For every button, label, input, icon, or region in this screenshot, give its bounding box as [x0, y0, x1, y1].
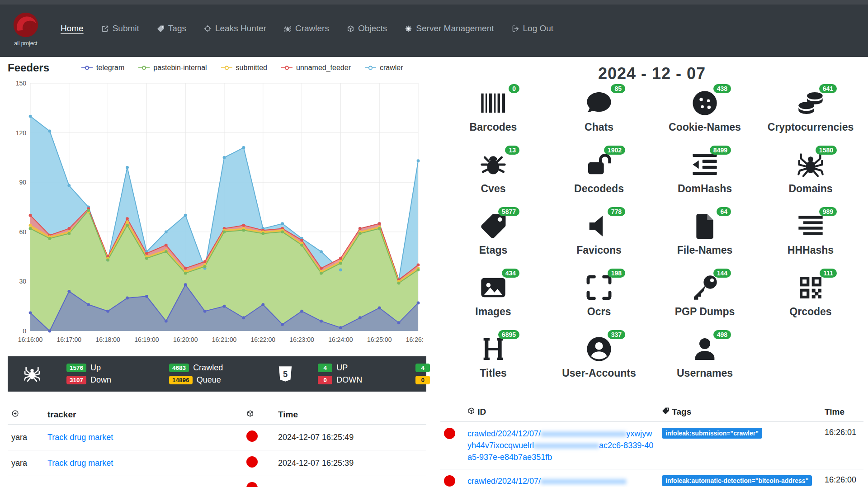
header-label: Time — [825, 407, 844, 416]
nav-item-label: Submit — [113, 24, 139, 33]
object-card-domhashs[interactable]: 8499DomHashs — [652, 150, 758, 212]
object-card-usernames[interactable]: 498Usernames — [652, 335, 758, 396]
svg-text:16:24:00: 16:24:00 — [328, 336, 353, 343]
nav-item-home[interactable]: Home — [61, 24, 84, 33]
object-label: Usernames — [652, 367, 758, 379]
status-group: 1576Up3107Down — [66, 363, 111, 385]
object-label: Decodeds — [546, 183, 652, 195]
status-row: 4683Crawled — [169, 363, 223, 373]
object-card-images[interactable]: 434Images — [440, 273, 546, 335]
object-card-cryptocurrencies[interactable]: 641Cryptocurrencies — [758, 89, 863, 150]
nav-item-leaks-hunter[interactable]: Leaks Hunter — [204, 24, 266, 33]
tracker-row: yaraTrack drug market2024-12-07 16:25:49 — [8, 425, 426, 450]
legend-marker-icon — [364, 65, 377, 71]
legend-label: submitted — [236, 64, 267, 72]
object-card-ocrs[interactable]: 198Ocrs — [546, 273, 652, 335]
object-count-badge: 641 — [819, 84, 837, 93]
nav-item-server-management[interactable]: Server Management — [405, 24, 494, 33]
tracker-link[interactable]: Track drug market — [47, 459, 113, 468]
status-row: 1576Up — [66, 363, 111, 373]
tags-cell: infoleak:automatic-detection="bitcoin-ad… — [658, 469, 821, 487]
id-text-segment: crawled/2024/12/07/ — [467, 429, 541, 438]
object-label: Cryptocurrencies — [758, 121, 863, 133]
object-count-badge: 498 — [713, 330, 731, 339]
status-label: Down — [90, 375, 111, 385]
object-count-badge: 1902 — [604, 146, 625, 155]
svg-text:16:19:00: 16:19:00 — [134, 336, 159, 343]
id-time: 16:26:00 — [821, 469, 863, 487]
svg-text:16:21:00: 16:21:00 — [212, 336, 237, 343]
infoleak-tag-badge[interactable]: infoleak:submission="crawler" — [662, 428, 762, 439]
nav-item-log-out[interactable]: Log Out — [512, 24, 554, 33]
object-count-badge: 438 — [713, 84, 731, 93]
svg-text:120: 120 — [16, 129, 27, 137]
object-card-barcodes[interactable]: 0Barcodes — [440, 89, 546, 150]
object-label: Images — [440, 306, 546, 318]
status-label: Up — [90, 363, 101, 373]
tag-icon — [157, 25, 165, 33]
object-count-badge: 8499 — [710, 146, 731, 155]
status-row: 14896Queue — [169, 375, 223, 385]
object-card-qrcodes[interactable]: 111Qrcodes — [758, 273, 863, 335]
tracker-table-header: trackerTime — [8, 405, 426, 425]
spider-icon — [23, 365, 41, 383]
object-count-badge: 337 — [608, 330, 625, 339]
object-card-favicons[interactable]: 778Favicons — [546, 212, 652, 273]
crawled-id-link[interactable]: crawled/2024/12/07/xxxxxxxxxxxxxxxxxxxxx… — [467, 429, 653, 462]
tracker-header-tracker: tracker — [44, 405, 243, 425]
nav-item-tags[interactable]: Tags — [157, 24, 186, 33]
chart-legend: telegrampastebin-internalsubmittedunname… — [81, 64, 403, 72]
object-label: DomHashs — [652, 183, 758, 195]
tracker-row: yaraTrack drug market2024-12-07 16:25:39 — [8, 450, 426, 476]
tracker-type: yara — [8, 425, 44, 450]
date-heading: 2024 - 12 - 07 — [440, 64, 863, 83]
object-label: Domains — [758, 183, 863, 195]
object-count-badge: 13 — [505, 146, 519, 155]
svg-text:16:22:00: 16:22:00 — [251, 336, 276, 343]
object-card-cves[interactable]: 13Cves — [440, 150, 546, 212]
object-label: Cookie-Names — [652, 121, 758, 133]
object-card-cookie-names[interactable]: 438Cookie-Names — [652, 89, 758, 150]
cube-icon — [347, 25, 354, 33]
nav-item-crawlers[interactable]: Crawlers — [284, 24, 329, 33]
legend-item-submitted: submitted — [221, 64, 267, 72]
object-label: Chats — [546, 121, 652, 133]
cube-icon — [467, 407, 475, 415]
crawled-id-link[interactable]: crawled/2024/12/07/xxxxxxxxxxxxxxxxxxxxx — [467, 477, 626, 486]
svg-text:16:26:00: 16:26:00 — [406, 336, 424, 343]
status-group: 4683Crawled14896Queue — [169, 363, 223, 385]
legend-marker-icon — [281, 65, 293, 71]
svg-text:150: 150 — [16, 80, 27, 87]
object-card-file-names[interactable]: 64File-Names — [652, 212, 758, 273]
infoleak-tag-badge[interactable]: infoleak:automatic-detection="bitcoin-ad… — [662, 475, 812, 486]
objects-grid: 0Barcodes85Chats438Cookie-Names641Crypto… — [440, 89, 863, 396]
tags-cell: infoleak:submission="crawler" — [658, 422, 821, 469]
nav-item-objects[interactable]: Objects — [347, 24, 387, 33]
svg-text:0: 0 — [23, 327, 26, 335]
object-card-user-accounts[interactable]: 337User-Accounts — [546, 335, 652, 396]
object-card-hhhashs[interactable]: 989HHHashs — [758, 212, 863, 273]
object-card-etags[interactable]: 5877Etags — [440, 212, 546, 273]
tracker-link[interactable]: Track drug market — [47, 433, 113, 442]
object-card-chats[interactable]: 85Chats — [546, 89, 652, 150]
alert-dot-icon — [246, 456, 258, 468]
object-card-pgp-dumps[interactable]: 144PGP Dumps — [652, 273, 758, 335]
tracker-time: 2024-12-07 16:25:49 — [274, 425, 426, 450]
nav-item-label: Server Management — [416, 24, 494, 33]
id-text-segment: ac2 — [599, 441, 612, 450]
object-card-decodeds[interactable]: 1902Decodeds — [546, 150, 652, 212]
object-count-badge: 0 — [509, 84, 519, 93]
object-card-titles[interactable]: 6895Titles — [440, 335, 546, 396]
id-row: crawled/2024/12/07/xxxxxxxxxxxxxxxxxxxxx… — [440, 422, 863, 469]
nav-item-submit[interactable]: Submit — [101, 24, 139, 33]
id-text-segment: yxwj — [626, 429, 642, 438]
html5-icon: 5 — [276, 365, 294, 383]
nav-item-label: Objects — [358, 24, 387, 33]
object-label: Favicons — [546, 244, 652, 256]
spider-icon — [284, 25, 292, 33]
nav-item-label: Log Out — [523, 24, 554, 33]
object-card-domains[interactable]: 1580Domains — [758, 150, 863, 212]
svg-text:16:17:00: 16:17:00 — [57, 336, 82, 343]
ail-logo[interactable]: ail project — [12, 11, 40, 47]
id-text-segment: xxxxxxxxxxxxxxxxxxxxx — [541, 477, 626, 486]
